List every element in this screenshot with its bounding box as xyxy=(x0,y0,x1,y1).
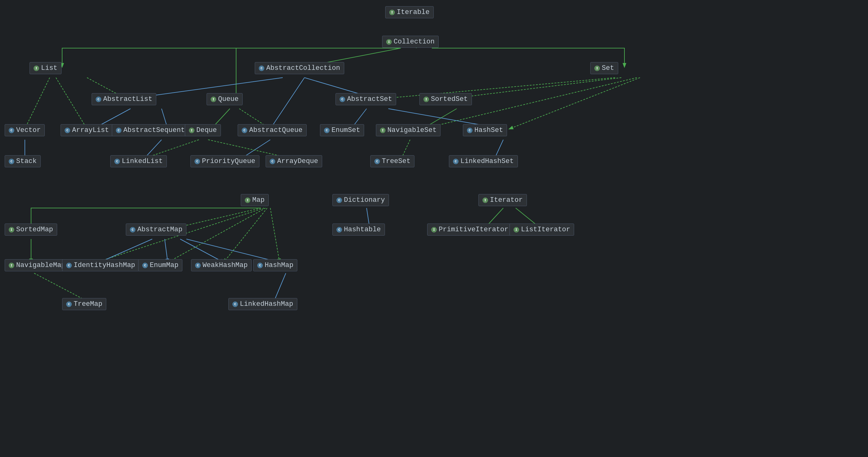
label-priorityqueue: PriorityQueue xyxy=(202,157,255,165)
svg-line-26 xyxy=(174,208,261,228)
label-queue: Queue xyxy=(218,95,239,103)
icon-abstractcollection: C xyxy=(259,66,265,71)
node-list[interactable]: IList xyxy=(30,62,62,74)
node-linkedlist[interactable]: CLinkedList xyxy=(110,155,167,167)
label-arraydeque: ArrayDeque xyxy=(277,157,318,165)
icon-linkedlist: C xyxy=(114,159,120,164)
svg-line-31 xyxy=(99,239,152,262)
label-linkedhashmap: LinkedHashMap xyxy=(240,300,293,308)
node-stack[interactable]: CStack xyxy=(5,155,41,167)
svg-line-11 xyxy=(457,77,621,98)
node-set[interactable]: ISet xyxy=(590,62,618,74)
label-linkedlist: LinkedList xyxy=(122,157,163,165)
icon-treemap: C xyxy=(66,301,72,307)
node-abstractmap[interactable]: CAbstractMap xyxy=(126,224,186,236)
icon-abstractmap: C xyxy=(130,227,135,232)
node-weakhashmap[interactable]: CWeakHashMap xyxy=(191,259,252,271)
label-vector: Vector xyxy=(16,126,41,134)
node-identityhashmap[interactable]: CIdentityHashMap xyxy=(62,259,139,271)
node-dictionary[interactable]: CDictionary xyxy=(333,194,389,206)
icon-map: I xyxy=(245,197,250,203)
node-iterator[interactable]: IIterator xyxy=(478,194,527,206)
node-enumset[interactable]: CEnumSet xyxy=(320,124,364,136)
icon-hashmap: C xyxy=(257,263,263,268)
label-hashtable: Hashtable xyxy=(344,226,381,233)
node-queue[interactable]: IQueue xyxy=(207,93,243,105)
node-primitiveiterator[interactable]: IPrimitiveIterator xyxy=(427,224,512,236)
node-hashtable[interactable]: CHashtable xyxy=(333,224,385,236)
icon-weakhashmap: C xyxy=(195,263,201,268)
label-stack: Stack xyxy=(16,157,37,165)
node-arraydeque[interactable]: CArrayDeque xyxy=(266,155,322,167)
icon-abstractlist: C xyxy=(96,97,101,102)
icon-arraydeque: C xyxy=(270,159,275,164)
icon-iterator: I xyxy=(483,197,488,203)
svg-line-4 xyxy=(270,77,305,129)
node-vector[interactable]: CVector xyxy=(5,124,45,136)
label-enummap: EnumMap xyxy=(150,261,178,269)
icon-identityhashmap: C xyxy=(66,263,72,268)
node-collection[interactable]: ICollection xyxy=(382,36,439,48)
node-abstractlist[interactable]: CAbstractList xyxy=(92,93,156,105)
node-arraylist[interactable]: CArrayList xyxy=(61,124,113,136)
diagram-container: IIterableICollectionIListCAbstractCollec… xyxy=(0,0,868,457)
icon-navigableset: I xyxy=(380,128,385,133)
svg-line-34 xyxy=(186,239,280,262)
icon-enumset: C xyxy=(324,128,330,133)
label-listiterator: ListIterator xyxy=(521,226,570,233)
label-weakhashmap: WeakHashMap xyxy=(203,261,248,269)
node-sortedset[interactable]: ISortedSet xyxy=(420,93,472,105)
label-navigablemap: NavigableMap xyxy=(16,261,65,269)
label-iterable: Iterable xyxy=(397,8,430,16)
svg-line-33 xyxy=(180,239,224,262)
svg-line-29 xyxy=(224,208,267,262)
node-treeset[interactable]: CTreeSet xyxy=(370,155,414,167)
label-list: List xyxy=(41,64,58,72)
node-map[interactable]: IMap xyxy=(241,194,269,206)
label-linkedhashset: LinkedHashSet xyxy=(460,157,514,165)
label-identityhashmap: IdentityHashMap xyxy=(74,261,135,269)
node-navigableset[interactable]: INavigableSet xyxy=(376,124,440,136)
icon-linkedhashmap: C xyxy=(232,301,238,307)
node-navigablemap[interactable]: INavigableMap xyxy=(5,259,69,271)
label-hashmap: HashMap xyxy=(265,261,293,269)
node-priorityqueue[interactable]: CPriorityQueue xyxy=(190,155,259,167)
node-treemap[interactable]: CTreeMap xyxy=(62,298,106,310)
label-enumset: EnumSet xyxy=(332,126,360,134)
svg-line-12 xyxy=(509,77,640,129)
icon-deque: I xyxy=(189,128,194,133)
node-hashset[interactable]: CHashSet xyxy=(463,124,507,136)
node-linkedhashmap[interactable]: CLinkedHashMap xyxy=(228,298,297,310)
label-treeset: TreeSet xyxy=(382,157,410,165)
label-abstractlist: AbstractList xyxy=(103,95,152,103)
svg-line-6 xyxy=(25,77,50,129)
icon-enummap: C xyxy=(142,263,148,268)
node-listiterator[interactable]: IListIterator xyxy=(509,224,574,236)
icon-hashset: C xyxy=(467,128,472,133)
icon-arraylist: C xyxy=(65,128,70,133)
icon-hashtable: C xyxy=(336,227,342,232)
node-abstractqueue[interactable]: CAbstractQueue xyxy=(238,124,307,136)
icon-sortedset: I xyxy=(424,97,429,102)
node-iterable[interactable]: IIterable xyxy=(385,6,434,18)
icon-linkedhashset: C xyxy=(453,159,459,164)
icon-list: I xyxy=(34,66,39,71)
node-linkedhashset[interactable]: CLinkedHashSet xyxy=(449,155,518,167)
node-abstractcollection[interactable]: CAbstractCollection xyxy=(255,62,344,74)
node-deque[interactable]: IDeque xyxy=(185,124,221,136)
label-treemap: TreeMap xyxy=(74,300,102,308)
label-arraylist: ArrayList xyxy=(72,126,109,134)
node-sortedmap[interactable]: ISortedMap xyxy=(5,224,57,236)
svg-line-7 xyxy=(56,77,87,129)
label-abstractqueue: AbstractQueue xyxy=(249,126,303,134)
icon-set: I xyxy=(594,66,600,71)
icon-listiterator: I xyxy=(514,227,519,232)
label-collection: Collection xyxy=(394,38,435,46)
node-hashmap[interactable]: CHashMap xyxy=(253,259,297,271)
icon-navigablemap: I xyxy=(9,263,14,268)
node-enummap[interactable]: CEnumMap xyxy=(138,259,182,271)
icon-iterable: I xyxy=(389,10,395,15)
label-navigableset: NavigableSet xyxy=(388,126,436,134)
node-abstractset[interactable]: CAbstractSet xyxy=(336,93,396,105)
label-iterator: Iterator xyxy=(490,196,523,204)
